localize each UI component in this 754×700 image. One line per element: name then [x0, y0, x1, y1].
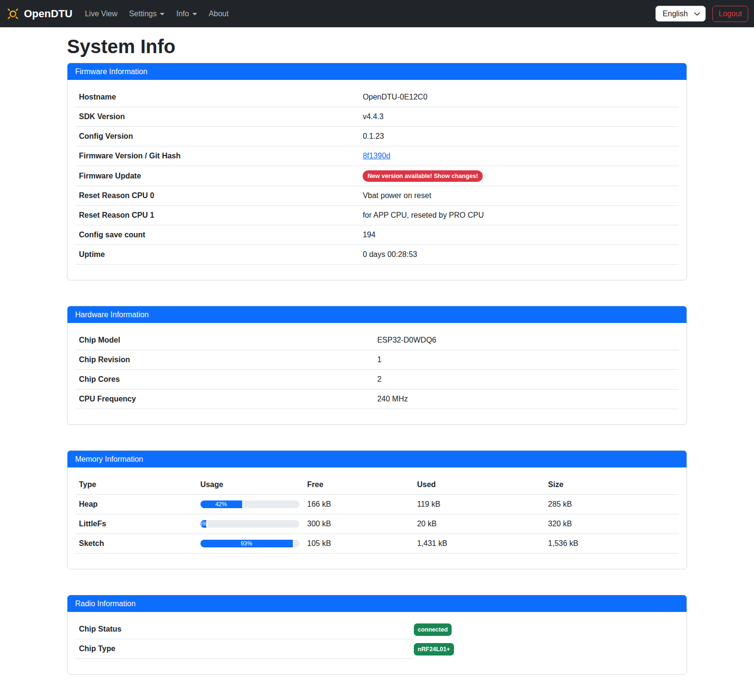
table-row: Heap 42% 166 kB 119 kB 285 kB [75, 495, 679, 514]
table-row: LittleFs 6% 300 kB 20 kB 320 kB [75, 514, 679, 534]
row-label: Hostname [75, 88, 359, 107]
row-value: Vbat power on reset [359, 186, 679, 206]
card-header: Memory Information [67, 451, 687, 467]
nav-item-label: About [209, 10, 229, 18]
nav-item-label: Settings [129, 10, 157, 18]
nav-item-live-view[interactable]: Live View [81, 6, 121, 22]
hardware-information-card: Hardware Information Chip Model ESP32-D0… [67, 306, 687, 425]
free-cell: 105 kB [303, 534, 413, 554]
radio-table: Chip Status connected Chip Type nRF24L01… [75, 620, 679, 659]
main-content: System Info Firmware Information Hostnam… [67, 27, 687, 675]
usage-cell: 93% [197, 534, 303, 554]
column-header: Type [75, 475, 197, 495]
nav-item-label: Live View [85, 10, 117, 18]
size-cell: 320 kB [544, 514, 679, 534]
nav-item-info[interactable]: Info [172, 6, 201, 22]
table-row: Chip Status connected [75, 620, 679, 639]
progress-bar: 6% [200, 520, 206, 528]
column-header: Usage [197, 475, 303, 495]
progress-track: 93% [200, 540, 299, 547]
column-header: Used [413, 475, 544, 495]
row-label: Config save count [75, 225, 359, 245]
row-label: LittleFs [75, 514, 197, 534]
used-cell: 119 kB [413, 495, 544, 514]
row-value: ESP32-D0WDQ6 [373, 331, 679, 350]
firmware-update-badge[interactable]: New version available! Show changes! [363, 170, 483, 182]
nav-item-label: Info [176, 10, 189, 18]
table-row: Reset Reason CPU 1 for APP CPU, reseted … [75, 206, 679, 225]
used-cell: 20 kB [413, 514, 544, 534]
row-value: 2 [373, 370, 679, 389]
column-header: Size [544, 475, 679, 495]
row-label: Uptime [75, 245, 359, 265]
row-label: Chip Status [75, 620, 413, 639]
row-label: Chip Type [75, 639, 413, 659]
page-title: System Info [67, 35, 687, 58]
usage-cell: 6% [197, 514, 303, 534]
table-row: Firmware Version / Git Hash 8f1390d [75, 146, 679, 166]
row-value: OpenDTU-0E12C0 [359, 88, 679, 107]
firmware-table: Hostname OpenDTU-0E12C0 SDK Version v4.4… [75, 88, 679, 265]
row-label: Chip Model [75, 331, 373, 350]
table-row: Chip Model ESP32-D0WDQ6 [75, 331, 679, 350]
firmware-information-card: Firmware Information Hostname OpenDTU-0E… [67, 63, 687, 280]
row-label: Firmware Version / Git Hash [75, 146, 359, 166]
row-label: Firmware Update [75, 166, 359, 186]
free-cell: 300 kB [303, 514, 413, 534]
git-hash-link[interactable]: 8f1390d [363, 152, 390, 160]
nav-links: Live View Settings Info About [79, 6, 234, 22]
row-value: 0.1.23 [359, 127, 679, 146]
size-cell: 285 kB [544, 495, 679, 514]
usage-cell: 42% [197, 495, 303, 514]
progress-label: 6% [200, 520, 208, 528]
card-header: Hardware Information [67, 306, 687, 323]
navbar-right: English Logout [655, 6, 748, 22]
navbar: OpenDTU Live View Settings Info About En… [0, 0, 754, 27]
table-header-row: Type Usage Free Used Size [75, 475, 679, 495]
table-row: Uptime 0 days 00:28:53 [75, 245, 679, 265]
language-select-wrap: English [655, 6, 706, 22]
table-row: Reset Reason CPU 0 Vbat power on reset [75, 186, 679, 206]
table-row: Chip Type nRF24L01+ [75, 639, 679, 659]
free-cell: 166 kB [303, 495, 413, 514]
chip-status-badge: connected [414, 623, 452, 636]
brand[interactable]: OpenDTU [6, 7, 72, 21]
chip-type-badge: nRF24L01+ [414, 643, 454, 656]
brand-label: OpenDTU [24, 8, 72, 20]
table-row: Chip Revision 1 [75, 350, 679, 370]
card-header: Radio Information [67, 595, 687, 612]
row-value: New version available! Show changes! [359, 166, 679, 186]
nav-item-settings[interactable]: Settings [125, 6, 169, 22]
row-label: Heap [75, 495, 197, 514]
logout-button[interactable]: Logout [712, 6, 748, 22]
table-row: Hostname OpenDTU-0E12C0 [75, 88, 679, 107]
row-label: Sketch [75, 534, 197, 554]
progress-label: 93% [241, 540, 252, 547]
row-label: CPU Frequency [75, 389, 373, 409]
chevron-down-icon [160, 13, 165, 15]
card-body: Chip Model ESP32-D0WDQ6 Chip Revision 1 … [67, 323, 687, 424]
language-select[interactable]: English [655, 6, 706, 22]
progress-track: 42% [200, 500, 299, 508]
progress-bar: 93% [200, 540, 293, 547]
card-body: Type Usage Free Used Size Heap 42% [67, 467, 687, 569]
row-label: Chip Cores [75, 370, 373, 389]
row-label: Reset Reason CPU 1 [75, 206, 359, 225]
row-value: 8f1390d [359, 146, 679, 166]
table-row: CPU Frequency 240 MHz [75, 389, 679, 409]
progress-label: 42% [215, 500, 227, 508]
memory-table: Type Usage Free Used Size Heap 42% [75, 475, 679, 554]
card-body: Hostname OpenDTU-0E12C0 SDK Version v4.4… [67, 80, 687, 280]
row-value: 0 days 00:28:53 [359, 245, 679, 265]
used-cell: 1,431 kB [413, 534, 544, 554]
progress-bar: 42% [200, 500, 242, 508]
nav-item-about[interactable]: About [205, 6, 233, 22]
row-value: nRF24L01+ [414, 643, 454, 656]
card-header: Firmware Information [67, 63, 687, 80]
table-row: Chip Cores 2 [75, 370, 679, 389]
column-header: Free [303, 475, 413, 495]
sun-icon [6, 7, 20, 21]
row-value: 1 [373, 350, 679, 370]
table-row: Config save count 194 [75, 225, 679, 245]
row-value: 240 MHz [373, 389, 679, 409]
